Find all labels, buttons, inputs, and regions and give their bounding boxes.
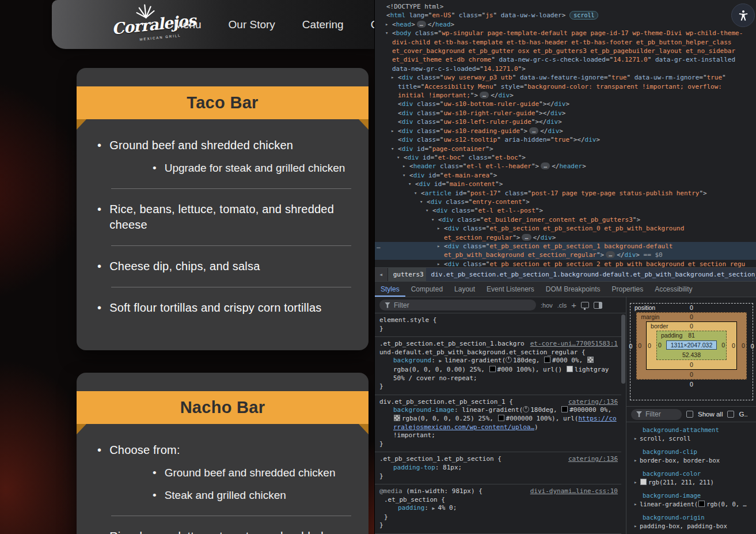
- box-model-content-size[interactable]: 1311×2047.032: [666, 340, 717, 350]
- color-swatch[interactable]: [489, 366, 496, 372]
- color-swatch[interactable]: [544, 357, 550, 363]
- computed-filter-input[interactable]: Filter: [631, 409, 682, 420]
- expand-arrow-icon[interactable]: ▾: [408, 180, 411, 188]
- css-property-name[interactable]: padding-top: [393, 464, 435, 471]
- accessibility-widget-button[interactable]: [731, 3, 755, 27]
- color-swatch[interactable]: [567, 366, 573, 372]
- expand-arrow-icon[interactable]: ▾: [385, 29, 388, 37]
- expand-arrow-icon[interactable]: ▸: [634, 434, 637, 443]
- nav-item-our-story[interactable]: Our Story: [229, 18, 275, 31]
- dom-tree-row[interactable]: ▾<div class="et-l et-l--post">: [375, 206, 756, 215]
- show-all-checkbox[interactable]: [686, 411, 693, 418]
- expand-arrow-icon[interactable]: ▾: [426, 206, 428, 215]
- group-checkbox[interactable]: [727, 411, 734, 418]
- dom-tree-row[interactable]: ▾<div id="main-content">: [375, 180, 756, 188]
- dom-tree-row[interactable]: ▸<div class="uwy userway_p3 utb" data-uw…: [375, 73, 756, 100]
- expand-arrow-icon[interactable]: ▸: [385, 20, 388, 29]
- angle-dial-icon[interactable]: [523, 406, 529, 412]
- nav-item-menu[interactable]: Menu: [174, 18, 202, 31]
- stylesheet-source-link[interactable]: et-core-uni…770051583:1: [530, 340, 618, 349]
- css-property-name[interactable]: padding: [398, 504, 424, 512]
- angle-dial-icon[interactable]: [506, 357, 512, 363]
- toggle-class-button[interactable]: .cls: [557, 302, 567, 309]
- dom-tree-row[interactable]: ▾<div id="page-container">: [375, 145, 756, 153]
- dom-tree-row[interactable]: ▸<head>…</head>: [375, 20, 756, 29]
- expand-ellipsis-button[interactable]: …: [606, 251, 615, 258]
- color-swatch[interactable]: [498, 415, 504, 421]
- toggle-hover-state-button[interactable]: :hov: [541, 302, 553, 309]
- css-property-name[interactable]: background: [393, 357, 431, 364]
- tab-dom-breakpoints[interactable]: DOM Breakpoints: [540, 282, 606, 297]
- row-gutter-menu[interactable]: …: [377, 242, 381, 251]
- dom-tree-row[interactable]: ▸<div class="et_pb_section et_pb_section…: [375, 224, 756, 242]
- expand-arrow-icon[interactable]: ▸: [437, 260, 440, 267]
- breadcrumb-item[interactable]: div.et_pb_section.et_pb_section_1.backgr…: [426, 268, 756, 281]
- tab-event-listeners[interactable]: Event Listeners: [481, 282, 540, 297]
- computed-property-row[interactable]: background-clip▸border-box, border-box: [626, 448, 756, 464]
- dom-tree-row[interactable]: <div class="uw-s10-right-ruler-guide"></…: [375, 109, 756, 118]
- rendering-emulation-icon[interactable]: [581, 302, 589, 308]
- dom-tree-row[interactable]: <!DOCTYPE html>: [375, 2, 756, 11]
- expand-arrow-icon[interactable]: ▸: [634, 456, 637, 465]
- computed-property-row[interactable]: background-origin▸padding-box, padding-b…: [626, 513, 756, 530]
- color-swatch[interactable]: [587, 357, 594, 363]
- color-swatch[interactable]: [561, 406, 568, 412]
- dom-tree-row[interactable]: ▾<div id="et-boc" class="et-boc">: [375, 153, 756, 162]
- dom-tree-row[interactable]: ▾<body class="wp-singular page-template-…: [375, 29, 756, 73]
- expand-ellipsis-button[interactable]: …: [480, 92, 489, 99]
- nav-item-catering[interactable]: Catering: [302, 18, 344, 31]
- computed-property-row[interactable]: background-attachment▸scroll, scroll: [626, 426, 756, 442]
- expand-arrow-icon[interactable]: ▾: [391, 145, 394, 153]
- expand-arrow-icon[interactable]: ▸: [437, 224, 440, 233]
- computed-property-row[interactable]: background-color▸rgb(211, 211, 211): [626, 469, 756, 486]
- dom-tree-row[interactable]: ▸<header class="et-l et-l--header">…</he…: [375, 162, 756, 171]
- stylesheet-source-link[interactable]: divi-dynami…line-css:10: [530, 487, 618, 496]
- css-declaration[interactable]: padding-top: 81px;: [379, 464, 618, 472]
- dom-tree-row[interactable]: <html lang="en-US" class="js" data-uw-w-…: [375, 11, 756, 20]
- tab-properties[interactable]: Properties: [606, 282, 649, 297]
- tab-styles[interactable]: Styles: [375, 282, 405, 297]
- expand-arrow-icon[interactable]: ▸: [634, 500, 637, 509]
- stylesheet-source-link[interactable]: catering/:136: [568, 455, 618, 464]
- expand-ellipsis-button[interactable]: …: [417, 21, 426, 28]
- styles-filter-input[interactable]: Filter: [379, 300, 536, 310]
- expand-ellipsis-button[interactable]: …: [529, 127, 538, 134]
- dom-tree-row[interactable]: ▸…<div class="et_pb_section et_pb_sectio…: [375, 242, 756, 260]
- expand-arrow-icon[interactable]: ▾: [431, 215, 434, 224]
- new-style-rule-button[interactable]: +: [571, 302, 576, 308]
- dom-tree-row[interactable]: ▾<div class="et_builder_inner_content et…: [375, 215, 756, 224]
- css-declaration[interactable]: background: ▶ linear-gradient(180deg, #0…: [379, 357, 618, 382]
- dom-tree-row[interactable]: <div class="uw-s12-tooltip" aria-hidden=…: [375, 135, 756, 144]
- tab-accessibility[interactable]: Accessibility: [649, 282, 698, 297]
- color-swatch[interactable]: [394, 415, 400, 421]
- dom-tree-row[interactable]: ▾<article id="post-17" class="post-17 pa…: [375, 189, 756, 198]
- expand-arrow-icon[interactable]: ▸: [634, 522, 637, 531]
- rule-selector[interactable]: element.style {: [379, 316, 618, 325]
- expand-arrow-icon[interactable]: ▾: [420, 198, 423, 206]
- stylesheet-source-link[interactable]: catering/:136: [568, 398, 618, 407]
- dom-tree-row[interactable]: ▸<div class="uw-s10-reading-guide">…</di…: [375, 127, 756, 135]
- expand-arrow-icon[interactable]: ▾: [414, 189, 417, 198]
- dom-tree-row[interactable]: <div class="uw-s10-left-ruler-guide"></d…: [375, 118, 756, 126]
- computed-property-row[interactable]: background-image▸linear-gradient(rgb(0, …: [626, 491, 756, 508]
- expand-arrow-icon[interactable]: ▸: [634, 478, 637, 487]
- css-declaration[interactable]: padding: ▶ 4% 0;: [384, 504, 618, 513]
- expand-arrow-icon[interactable]: ▸: [391, 127, 394, 135]
- tab-layout[interactable]: Layout: [449, 282, 481, 297]
- color-swatch[interactable]: [640, 479, 647, 485]
- css-declaration[interactable]: background-image: linear-gradient(180deg…: [379, 406, 618, 440]
- tab-computed[interactable]: Computed: [405, 282, 449, 297]
- breadcrumb-item[interactable]: gutters3: [388, 268, 426, 281]
- expand-ellipsis-button[interactable]: …: [522, 234, 531, 241]
- dom-tree-row[interactable]: <div class="uw-s10-bottom-ruler-guide"><…: [375, 100, 756, 108]
- styles-scrollbar[interactable]: [621, 315, 625, 384]
- rule-selector[interactable]: .et_pb_section {: [384, 496, 618, 505]
- css-property-name[interactable]: background-image: [393, 406, 454, 414]
- expand-arrow-icon[interactable]: ▸: [402, 162, 405, 171]
- dom-tree-row[interactable]: ▸<div class="et_pb_section et_pb_section…: [375, 260, 756, 267]
- expand-arrow-icon[interactable]: ▸: [437, 242, 440, 251]
- dom-tree-row[interactable]: ▾<div id="et-main-area">: [375, 171, 756, 180]
- expand-arrow-icon[interactable]: ▾: [402, 171, 405, 180]
- breadcrumb-scroll-left-button[interactable]: ◂: [375, 268, 388, 281]
- toggle-sidebar-icon[interactable]: [594, 302, 602, 309]
